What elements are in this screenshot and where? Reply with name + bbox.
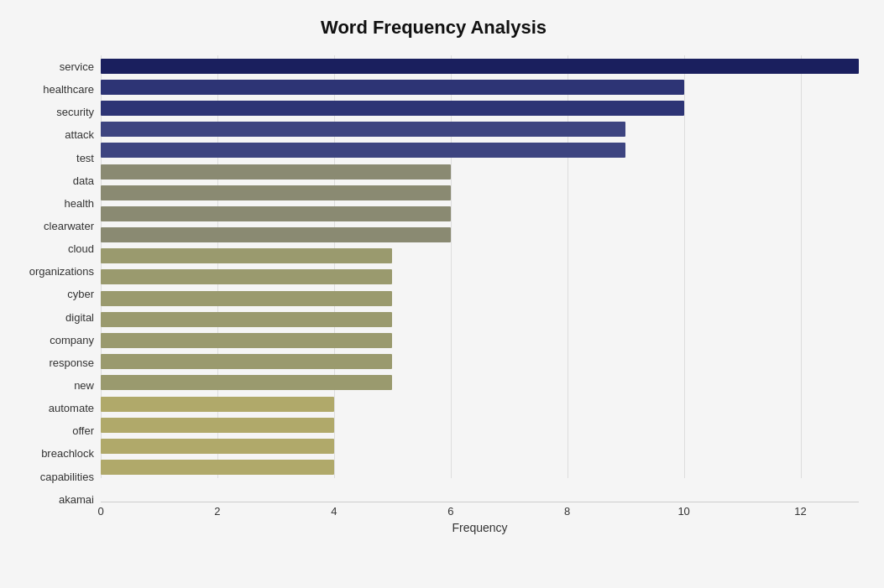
x-tick-0: 0 — [97, 505, 103, 518]
bar-health — [101, 185, 451, 200]
x-tick-6: 6 — [447, 505, 453, 518]
bar-row-attack — [101, 120, 859, 138]
bar-row-new — [101, 352, 859, 371]
bar-row-organizations — [101, 247, 859, 265]
x-tick-12: 12 — [794, 505, 806, 518]
bar-capabilities — [101, 439, 334, 454]
bar-data — [101, 164, 451, 180]
y-label-cyber: cyber — [67, 289, 94, 299]
y-label-service: service — [60, 61, 94, 72]
bar-row-automate — [101, 373, 859, 392]
bar-cloud — [101, 227, 451, 242]
bar-row-digital — [101, 289, 859, 308]
bar-new — [101, 354, 392, 369]
bar-service — [101, 59, 859, 74]
bar-test — [101, 143, 625, 158]
bar-offer — [101, 397, 334, 412]
grid-line-0 — [101, 55, 102, 478]
bar-digital — [101, 291, 392, 306]
y-labels: servicehealthcaresecurityattacktestdatah… — [8, 55, 101, 534]
x-tick-8: 8 — [564, 505, 570, 518]
y-label-cloud: cloud — [68, 243, 94, 254]
bar-row-response — [101, 331, 859, 350]
bar-akamai — [101, 460, 334, 475]
bar-clearwater — [101, 206, 451, 221]
bar-row-offer — [101, 395, 859, 414]
bar-row-cyber — [101, 268, 859, 286]
bar-response — [101, 333, 392, 348]
bar-row-test — [101, 141, 859, 159]
grid-line-12 — [801, 55, 802, 478]
y-label-healthcare: healthcare — [43, 84, 94, 95]
chart-title: Word Frequency Analysis — [8, 17, 859, 39]
grid-line-6 — [451, 55, 452, 478]
bar-automate — [101, 375, 392, 390]
x-tick-4: 4 — [331, 505, 337, 518]
y-label-clearwater: clearwater — [44, 221, 94, 232]
x-axis-label: Frequency — [101, 521, 859, 534]
y-label-offer: offer — [72, 425, 94, 436]
grid-lines — [101, 55, 859, 478]
y-label-breachlock: breachlock — [41, 448, 94, 459]
y-label-digital: digital — [65, 312, 94, 323]
y-label-automate: automate — [49, 403, 94, 414]
grid-line-10 — [684, 55, 685, 478]
y-label-attack: attack — [65, 129, 94, 140]
bar-row-health — [101, 184, 859, 202]
bar-row-breachlock — [101, 416, 859, 434]
bar-row-service — [101, 57, 859, 75]
bar-security — [101, 101, 684, 116]
y-label-health: health — [65, 198, 94, 209]
y-label-new: new — [74, 380, 94, 391]
y-label-response: response — [50, 357, 94, 368]
bars-wrapper — [101, 55, 859, 502]
grid-line-2 — [217, 55, 218, 478]
y-label-capabilities: capabilities — [40, 471, 94, 482]
x-axis-container: 024681012 Frequency — [101, 502, 859, 534]
bar-row-akamai — [101, 458, 859, 476]
bar-organizations — [101, 248, 392, 263]
bar-row-capabilities — [101, 437, 859, 455]
y-label-data: data — [73, 175, 94, 186]
bar-company — [101, 312, 392, 327]
y-label-company: company — [50, 335, 94, 346]
y-label-test: test — [76, 153, 94, 164]
x-ticks-row: 024681012 — [101, 502, 859, 519]
y-label-akamai: akamai — [59, 494, 94, 505]
bar-row-data — [101, 163, 859, 181]
chart-container: Word Frequency Analysis servicehealthcar… — [0, 0, 884, 588]
y-label-security: security — [56, 107, 94, 117]
grid-line-8 — [568, 55, 568, 478]
bar-breachlock — [101, 418, 334, 433]
bar-row-healthcare — [101, 78, 859, 96]
y-label-organizations: organizations — [29, 266, 94, 277]
bar-row-cloud — [101, 226, 859, 244]
chart-area: servicehealthcaresecurityattacktestdatah… — [8, 55, 859, 534]
x-tick-2: 2 — [214, 505, 220, 518]
grid-line-4 — [334, 55, 335, 478]
bar-healthcare — [101, 80, 684, 95]
bar-attack — [101, 122, 625, 137]
bar-cyber — [101, 269, 392, 284]
bar-row-security — [101, 99, 859, 117]
x-tick-10: 10 — [677, 505, 689, 518]
bar-row-company — [101, 310, 859, 329]
plot-area: 024681012 Frequency — [101, 55, 859, 534]
bar-row-clearwater — [101, 205, 859, 223]
